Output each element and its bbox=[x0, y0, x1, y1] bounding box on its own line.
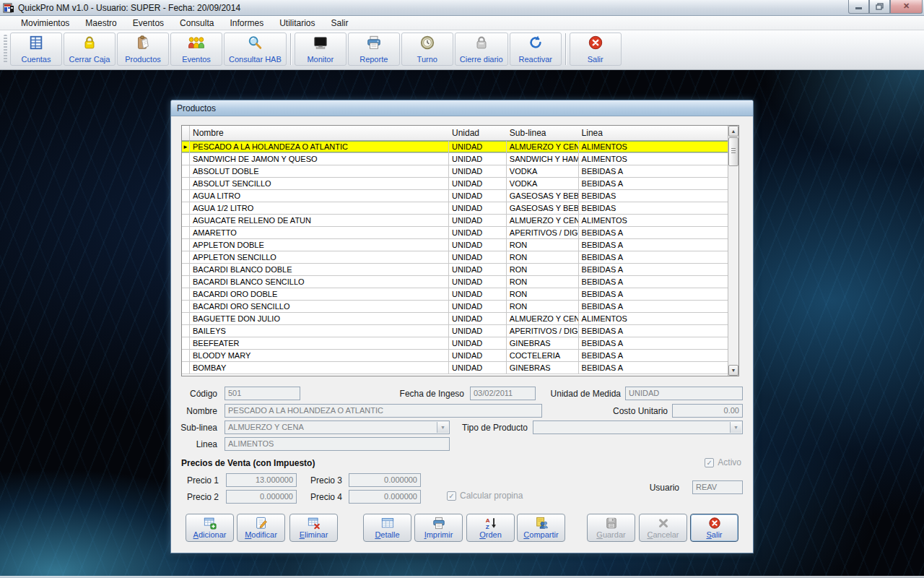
column-header-linea[interactable]: Linea bbox=[579, 126, 728, 140]
main-titlebar: QuickPro NM v1.0 - Usuario: SUPER - Fech… bbox=[0, 0, 924, 16]
row-selector-cell bbox=[182, 190, 190, 202]
products-titlebar[interactable]: Productos bbox=[171, 100, 753, 116]
table-scrollbar[interactable]: ▲ ▼ bbox=[728, 126, 738, 376]
unidad-medida-label: Unidad de Medida bbox=[536, 389, 621, 399]
toolbar-button-reporte[interactable]: Reporte bbox=[348, 33, 400, 66]
accounts-table-icon bbox=[27, 35, 45, 51]
menu-item-salir[interactable]: Salir bbox=[323, 16, 356, 30]
minimize-button[interactable] bbox=[848, 0, 869, 14]
menu-item-eventos[interactable]: Eventos bbox=[125, 16, 172, 30]
table-row[interactable]: ABSOLUT SENCILLOUNIDADVODKABEBIDAS A bbox=[182, 178, 728, 190]
table-row[interactable]: APPLETON DOBLEUNIDADRONBEBIDAS A bbox=[182, 239, 728, 251]
tipo-producto-combo[interactable]: ▼ bbox=[533, 420, 743, 434]
toolbar-button-cierre-diario[interactable]: Cierre diario bbox=[455, 33, 508, 66]
table-row[interactable]: BACARDI BLANCO SENCILLOUNIDADRONBEBIDAS … bbox=[182, 276, 728, 288]
precio1-field[interactable]: 13.000000 bbox=[226, 473, 297, 487]
table-row[interactable]: AGUA LITROUNIDADGASEOSAS Y BEBBEBIDAS bbox=[182, 190, 728, 202]
codigo-field[interactable]: 501 bbox=[225, 387, 300, 400]
table-row[interactable]: BACARDI BLANCO DOBLEUNIDADRONBEBIDAS A bbox=[182, 264, 728, 276]
menu-item-consulta[interactable]: Consulta bbox=[172, 16, 222, 30]
table-row[interactable]: APPLETON SENCILLOUNIDADRONBEBIDAS A bbox=[182, 251, 728, 264]
table-cell: RON bbox=[507, 264, 579, 276]
table-row[interactable]: AGUACATE RELLENO DE ATUNUNIDADALMUERZO Y… bbox=[182, 215, 728, 227]
menu-item-movimientos[interactable]: Movimientos bbox=[13, 16, 77, 30]
table-cell: RON bbox=[507, 251, 579, 264]
toolbar-button-cerrar-caja[interactable]: Cerrar Caja bbox=[64, 33, 116, 66]
fecha-ingreso-field[interactable]: 03/02/2011 bbox=[470, 387, 536, 400]
chevron-down-icon[interactable]: ▼ bbox=[437, 422, 448, 433]
precio4-field[interactable]: 0.000000 bbox=[349, 490, 421, 504]
svg-text:Z: Z bbox=[485, 524, 489, 530]
table-row[interactable]: BACARDI ORO DOBLEUNIDADRONBEBIDAS A bbox=[182, 288, 728, 301]
costo-unitario-field[interactable]: 0.00 bbox=[672, 404, 743, 418]
scroll-down-button[interactable]: ▼ bbox=[728, 365, 738, 376]
clock-icon bbox=[419, 35, 436, 51]
precio2-field[interactable]: 0.000000 bbox=[226, 490, 297, 504]
restore-button[interactable] bbox=[869, 0, 890, 14]
toolbar-button-cuentas[interactable]: Cuentas bbox=[10, 33, 62, 66]
toolbar-button-monitor[interactable]: Monitor bbox=[295, 33, 346, 66]
table-row[interactable]: BLOODY MARYUNIDADCOCTELERIABEBIDAS A bbox=[182, 350, 728, 362]
orden-button[interactable]: A Z Orden bbox=[466, 514, 515, 542]
table-row[interactable]: BACARDI ORO SENCILLOUNIDADRONBEBIDAS A bbox=[182, 301, 728, 313]
chevron-down-icon[interactable]: ▼ bbox=[730, 422, 741, 433]
column-header-unidad[interactable]: Unidad bbox=[449, 126, 507, 140]
guardar-button[interactable]: Guardar bbox=[587, 514, 635, 542]
table-cell: UNIDAD bbox=[449, 276, 507, 288]
eliminar-button[interactable]: Eliminar bbox=[289, 514, 338, 542]
toolbar-label: Productos bbox=[125, 55, 161, 64]
salir-button[interactable]: Salir bbox=[690, 514, 738, 542]
table-row[interactable]: SANDWICH DE JAMON Y QUESOUNIDADSANDWICH … bbox=[182, 153, 728, 165]
nombre-field[interactable]: PESCADO A LA HOLANDEZA O ATLANTIC bbox=[225, 404, 542, 418]
row-selector-cell bbox=[182, 227, 190, 239]
menu-item-informes[interactable]: Informes bbox=[222, 16, 271, 30]
sublinea-combo[interactable]: ALMUERZO Y CENA ▼ bbox=[225, 420, 450, 434]
row-selector-cell bbox=[182, 350, 190, 362]
precio3-field[interactable]: 0.000000 bbox=[349, 473, 421, 487]
table-cell: BEBIDAS A bbox=[579, 362, 728, 374]
row-selector-cell bbox=[182, 202, 190, 215]
cancelar-button[interactable]: Cancelar bbox=[639, 514, 687, 542]
table-row[interactable]: AMARETTOUNIDADAPERITIVOS / DIGBEBIDAS A bbox=[182, 227, 728, 239]
table-cell: ALIMENTOS bbox=[579, 153, 728, 165]
compartir-button[interactable]: Compartir bbox=[517, 514, 565, 542]
linea-field[interactable]: ALIMENTOS bbox=[225, 437, 450, 451]
menu-item-utilitarios[interactable]: Utilitarios bbox=[271, 16, 323, 30]
table-cell: BOMBAY bbox=[190, 362, 449, 374]
column-header-sublinea[interactable]: Sub-linea bbox=[507, 126, 579, 140]
header-selector-cell bbox=[182, 126, 190, 140]
table-row[interactable]: ►PESCADO A LA HOLANDEZA O ATLANTICUNIDAD… bbox=[182, 141, 728, 153]
table-row[interactable]: AGUA 1/2 LITROUNIDADGASEOSAS Y BEBBEBIDA… bbox=[182, 202, 728, 215]
adicionar-button[interactable]: Adicionar bbox=[186, 514, 234, 542]
table-cell: BEBIDAS A bbox=[579, 301, 728, 313]
precio1-label: Precio 1 bbox=[175, 475, 219, 486]
calcular-propina-checkbox[interactable]: ✓ bbox=[447, 491, 456, 501]
table-row[interactable]: BOMBAYUNIDADGINEBRASBEBIDAS A bbox=[182, 362, 728, 374]
scroll-up-button[interactable]: ▲ bbox=[728, 126, 738, 137]
close-button[interactable]: ✕ bbox=[890, 0, 923, 14]
scrollbar-thumb[interactable] bbox=[728, 137, 738, 166]
toolbar-button-consultar-hab[interactable]: Consultar HAB bbox=[224, 33, 287, 66]
column-header-nombre[interactable]: Nombre bbox=[190, 126, 449, 140]
products-window-title: Productos bbox=[177, 103, 216, 113]
imprimir-button[interactable]: Imprimir bbox=[414, 514, 463, 542]
table-row[interactable]: BEEFEATERUNIDADGINEBRASBEBIDAS A bbox=[182, 337, 728, 350]
table-cell: UNIDAD bbox=[449, 141, 507, 153]
toolbar-button-turno[interactable]: Turno bbox=[401, 33, 453, 66]
table-row[interactable]: ABSOLUT DOBLEUNIDADVODKABEBIDAS A bbox=[182, 165, 728, 178]
toolbar-grip[interactable] bbox=[4, 35, 7, 64]
usuario-field[interactable]: REAV bbox=[692, 480, 743, 494]
toolbar-button-eventos[interactable]: Eventos bbox=[170, 33, 222, 66]
toolbar-button-reactivar[interactable]: Reactivar bbox=[510, 33, 562, 66]
toolbar-button-productos[interactable]: Productos bbox=[117, 33, 169, 66]
table-row[interactable]: BAGUETTE DON JULIOUNIDADALMUERZO Y CENAL… bbox=[182, 313, 728, 325]
activo-checkbox[interactable]: ✓ bbox=[705, 458, 714, 467]
unidad-medida-field[interactable]: UNIDAD bbox=[625, 387, 743, 400]
table-row[interactable]: BAILEYSUNIDADAPERITIVOS / DIGBEBIDAS A bbox=[182, 325, 728, 337]
button-label: Guardar bbox=[596, 530, 625, 539]
menu-item-maestro[interactable]: Maestro bbox=[77, 16, 124, 30]
detalle-button[interactable]: Detalle bbox=[363, 514, 411, 542]
modificar-button[interactable]: Modificar bbox=[237, 514, 285, 542]
toolbar-button-salir[interactable]: Salir bbox=[570, 33, 622, 66]
magnifier-icon bbox=[246, 35, 263, 51]
